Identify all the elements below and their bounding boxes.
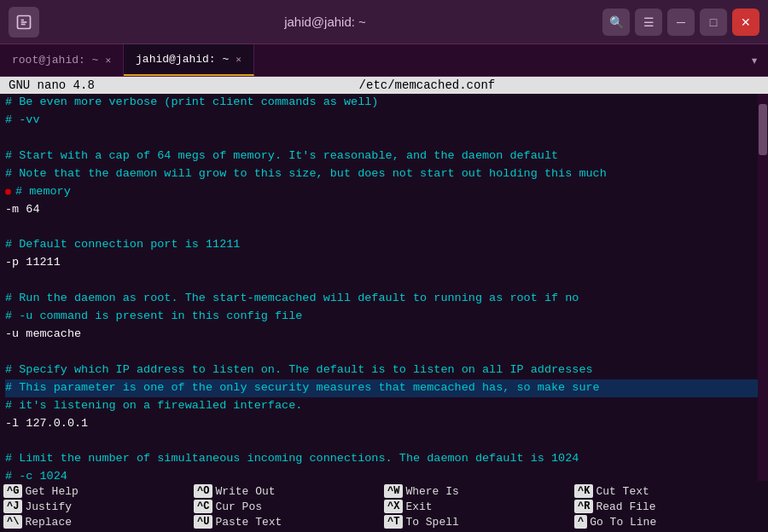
shortcut-label-replace: Replace (25, 516, 72, 529)
line-19: -l 127.0.0.1 (5, 415, 763, 433)
shortcut-key-j: ^J (3, 500, 22, 513)
window-title: jahid@jahid: ~ (48, 14, 602, 29)
shortcut-label-where-is: Where Is (405, 485, 458, 498)
line-7: -m 64 (5, 201, 763, 219)
shortcut-key-caret: ^ (574, 515, 587, 529)
line-8 (5, 218, 763, 236)
shortcut-label-go-to-line: Go To Line (590, 516, 656, 529)
shortcut-key-u: ^U (194, 515, 212, 529)
line-13: # -u command is present in this config f… (5, 308, 763, 326)
nano-content[interactable]: # Be even more verbose (print client com… (0, 94, 768, 481)
shortcut-key-backslash: ^\ (3, 515, 22, 529)
line-20 (5, 433, 763, 451)
line-9: # Default connection port is 11211 (5, 236, 763, 254)
shortcut-key-k: ^K (574, 484, 593, 498)
shortcut-go-to-line[interactable]: ^ Go To Line (574, 515, 765, 529)
line-17: # This parameter is one of the only secu… (5, 379, 763, 397)
tab-jahid[interactable]: jahid@jahid: ~ ✕ (124, 44, 254, 76)
tab-jahid-label: jahid@jahid: ~ (136, 53, 229, 66)
app-icon (9, 7, 39, 38)
shortcut-label-cur-pos: Cur Pos (215, 500, 262, 513)
menu-button[interactable]: ☰ (635, 9, 662, 36)
shortcut-exit[interactable]: ^X Exit (384, 500, 574, 513)
shortcut-cut-text[interactable]: ^K Cut Text (574, 484, 765, 498)
line-15 (5, 344, 763, 361)
shortcut-replace[interactable]: ^\ Replace (3, 515, 194, 529)
nano-shortcuts: ^G Get Help ^O Write Out ^W Where Is ^K … (0, 481, 768, 532)
line-4: # Start with a cap of 64 megs of memory.… (5, 147, 763, 165)
tab-bar: root@jahid: ~ ✕ jahid@jahid: ~ ✕ ▾ (0, 44, 768, 77)
line-1: # Be even more verbose (print client com… (5, 94, 763, 112)
shortcut-label-exit: Exit (405, 500, 432, 513)
shortcut-label-cut-text: Cut Text (596, 485, 649, 498)
line-18: # it's listening on a firewalled interfa… (5, 397, 763, 415)
shortcut-get-help[interactable]: ^G Get Help (3, 484, 194, 498)
shortcut-key-t: ^T (384, 515, 403, 529)
shortcut-justify[interactable]: ^J Justify (3, 500, 194, 513)
shortcut-key-x: ^X (384, 500, 403, 513)
tab-root[interactable]: root@jahid: ~ ✕ (0, 44, 124, 76)
search-button[interactable]: 🔍 (602, 9, 630, 36)
nano-header: GNU nano 4.8 /etc/memcached.conf (0, 77, 768, 94)
line-10: -p 11211 (5, 254, 763, 272)
line-3 (5, 130, 763, 147)
shortcut-label-read-file: Read File (596, 500, 655, 513)
shortcut-key-g: ^G (3, 484, 22, 498)
tab-root-label: root@jahid: ~ (12, 54, 98, 66)
nano-filename: /etc/memcached.conf (359, 78, 496, 92)
scrollbar-thumb[interactable] (759, 104, 767, 155)
shortcut-paste-text[interactable]: ^U Paste Text (194, 515, 384, 529)
shortcut-label-justify: Justify (25, 500, 72, 513)
line-12: # Run the daemon as root. The start-memc… (5, 290, 763, 308)
close-button[interactable]: ✕ (732, 9, 759, 36)
tab-jahid-close[interactable]: ✕ (236, 54, 241, 65)
minimize-button[interactable]: ─ (667, 9, 695, 36)
shortcut-key-w: ^W (384, 484, 403, 498)
shortcut-where-is[interactable]: ^W Where Is (384, 484, 574, 498)
title-bar: jahid@jahid: ~ 🔍 ☰ ─ □ ✕ (0, 0, 768, 44)
line-6: # memory (5, 183, 763, 201)
shortcut-label-paste-text: Paste Text (215, 516, 282, 529)
line-14: -u memcache (5, 326, 763, 344)
shortcut-label-to-spell: To Spell (405, 516, 458, 529)
shortcut-label-get-help: Get Help (25, 485, 78, 498)
scrollbar[interactable] (758, 94, 768, 481)
line-16: # Specify which IP address to listen on.… (5, 361, 763, 379)
tab-root-close[interactable]: ✕ (105, 55, 111, 66)
nano-editor: GNU nano 4.8 /etc/memcached.conf # Be ev… (0, 77, 768, 532)
line-21: # Limit the number of simultaneous incom… (5, 450, 763, 468)
line-11 (5, 272, 763, 290)
nano-version: GNU nano 4.8 (9, 78, 95, 92)
shortcut-to-spell[interactable]: ^T To Spell (384, 515, 574, 529)
line-5: # Note that the daemon will grow to this… (5, 165, 763, 183)
line-2: # -vv (5, 112, 763, 130)
shortcut-read-file[interactable]: ^R Read File (574, 500, 765, 513)
line-22: # -c 1024 (5, 468, 763, 481)
shortcut-cur-pos[interactable]: ^C Cur Pos (194, 500, 384, 513)
shortcut-key-c: ^C (194, 500, 212, 513)
shortcut-key-r: ^R (574, 500, 593, 513)
shortcut-key-o: ^O (194, 484, 212, 498)
tab-dropdown-button[interactable]: ▾ (741, 47, 768, 74)
shortcut-write-out[interactable]: ^O Write Out (194, 484, 384, 498)
shortcut-label-write-out: Write Out (215, 485, 275, 498)
window-controls: 🔍 ☰ ─ □ ✕ (602, 9, 759, 36)
maximize-button[interactable]: □ (700, 9, 727, 36)
